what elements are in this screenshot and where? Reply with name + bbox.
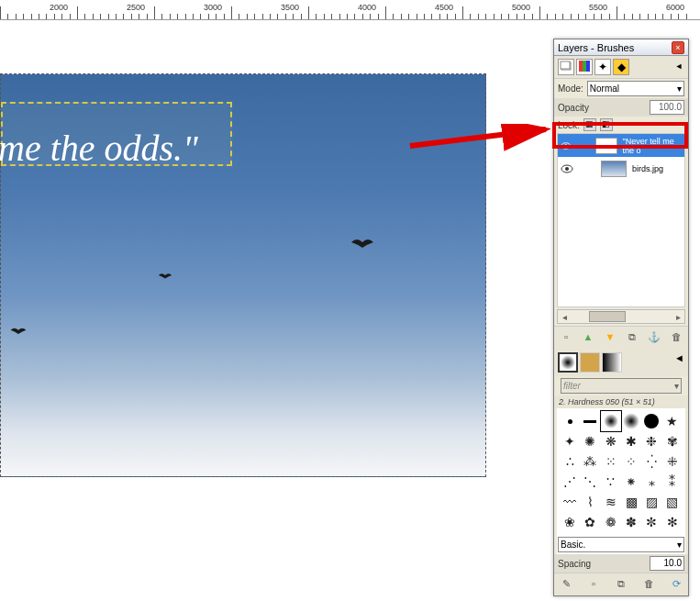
brush-item[interactable] <box>641 411 661 431</box>
brush-item[interactable]: ❁ <box>601 512 621 532</box>
panel-footer: Basic.▾ Spacing 10.0 ✎ ▫ ⧉ 🗑 ⟳ <box>554 535 688 595</box>
spacing-row: Spacing 10.0 <box>554 554 688 573</box>
canvas-area[interactable]: me the odds." <box>0 20 514 580</box>
spacing-input[interactable]: 10.0 <box>650 556 684 571</box>
new-brush-icon[interactable]: ▫ <box>586 577 601 592</box>
horizontal-scrollbar[interactable]: ◂ ▸ <box>557 309 685 324</box>
text-layer-selection[interactable]: me the odds." <box>1 102 232 166</box>
layer-name[interactable]: birds.jpg <box>632 164 663 173</box>
scrollbar-thumb[interactable] <box>589 311 626 322</box>
brush-item[interactable]: ❀ <box>560 512 580 532</box>
brush-item[interactable]: ≋ <box>601 492 621 512</box>
brush-item[interactable]: ▨ <box>641 492 661 512</box>
layers-buttons: ▫ ▲ ▼ ⧉ ⚓ 🗑 <box>554 326 688 349</box>
canvas-text[interactable]: me the odds." <box>0 127 198 170</box>
new-layer-icon[interactable]: ▫ <box>559 330 573 345</box>
lock-row: Lock: ▦ ◧ <box>554 117 688 133</box>
chevron-down-icon: ▾ <box>677 83 682 94</box>
brush-item[interactable]: ❋ <box>601 431 621 451</box>
brush-item[interactable]: ⁜ <box>662 451 683 472</box>
brush-item[interactable]: 〰 <box>560 492 580 512</box>
layers-tab-icon[interactable] <box>558 59 574 75</box>
brush-preset-select[interactable]: Basic.▾ <box>558 537 684 552</box>
brush-item[interactable]: ★ <box>662 411 683 431</box>
scroll-right-icon: ▸ <box>672 312 684 322</box>
edit-brush-icon[interactable]: ✎ <box>559 577 573 592</box>
scroll-left-icon: ◂ <box>558 312 571 322</box>
opacity-input[interactable]: 100.0 <box>650 100 684 115</box>
patterns-tab-icon[interactable] <box>580 352 600 373</box>
svg-rect-5 <box>586 61 590 72</box>
lower-layer-icon[interactable]: ▼ <box>603 330 617 345</box>
brush-filter-row: filter▾ <box>557 376 685 395</box>
svg-point-7 <box>564 144 567 147</box>
paths-tab-icon[interactable]: ✦ <box>594 59 611 75</box>
brush-item[interactable]: ✼ <box>641 512 661 532</box>
layer-row[interactable]: A "Never tell me the o <box>558 134 684 157</box>
horizontal-ruler: 2000 2500 3000 3500 4000 4500 5000 5500 … <box>0 0 700 20</box>
layers-panel: Layers - Brushes × ✦ ◆ ◄ Mode: Normal▾ O… <box>553 39 689 596</box>
spacing-label: Spacing <box>558 559 591 569</box>
raise-layer-icon[interactable]: ▲ <box>581 330 595 345</box>
panel-menu-icon[interactable]: ◄ <box>674 352 684 373</box>
brush-item[interactable] <box>621 411 641 431</box>
brush-item[interactable] <box>580 411 600 431</box>
brush-item[interactable]: ⌇ <box>580 492 600 512</box>
brush-item[interactable]: ⁎ <box>641 472 661 492</box>
brush-item[interactable] <box>560 411 580 431</box>
brushes-tab-icon[interactable] <box>558 352 578 373</box>
duplicate-layer-icon[interactable]: ⧉ <box>625 330 639 345</box>
brush-filter-input[interactable]: filter▾ <box>561 378 682 394</box>
brush-item[interactable]: ⁘ <box>621 451 641 472</box>
brush-item[interactable]: ❉ <box>641 431 661 451</box>
brush-item[interactable]: ✦ <box>560 431 580 451</box>
lock-pixel-icon[interactable]: ▦ <box>583 118 596 131</box>
brush-item[interactable]: ✽ <box>621 512 641 532</box>
refresh-brush-icon[interactable]: ⟳ <box>669 577 683 592</box>
brush-item[interactable] <box>601 411 621 431</box>
layer-thumbnail: A <box>595 138 617 154</box>
brush-item[interactable]: ⁙ <box>601 451 621 472</box>
brush-item[interactable]: ✺ <box>580 431 600 451</box>
brush-item[interactable]: ✿ <box>580 512 600 532</box>
lock-alpha-icon[interactable]: ◧ <box>600 118 613 131</box>
brush-item[interactable]: ⋰ <box>560 472 580 492</box>
brush-item[interactable]: ✱ <box>621 431 641 451</box>
anchor-layer-icon[interactable]: ⚓ <box>647 330 661 345</box>
layers-list[interactable]: A "Never tell me the o birds.jpg <box>557 133 685 307</box>
brush-item[interactable]: ▧ <box>662 492 683 512</box>
visibility-icon[interactable] <box>561 141 571 150</box>
panel-menu-icon[interactable]: ◄ <box>673 61 684 72</box>
visibility-icon[interactable] <box>561 164 573 173</box>
gradients-tab-icon[interactable] <box>602 352 622 373</box>
brush-item[interactable]: ✾ <box>662 431 683 451</box>
brush-item[interactable]: ∵ <box>601 472 621 492</box>
mode-label: Mode: <box>558 83 583 94</box>
svg-rect-2 <box>561 61 570 69</box>
brush-item[interactable]: ⋱ <box>580 472 600 492</box>
brush-item[interactable]: ∴ <box>560 451 580 472</box>
chevron-down-icon: ▾ <box>674 381 679 391</box>
brush-item[interactable]: ▩ <box>621 492 641 512</box>
close-icon[interactable]: × <box>672 41 684 54</box>
opacity-label: Opacity <box>558 103 589 113</box>
layer-row[interactable]: birds.jpg <box>558 157 684 180</box>
svg-line-0 <box>410 129 546 146</box>
blend-mode-select[interactable]: Normal▾ <box>587 81 684 96</box>
delete-brush-icon[interactable]: 🗑 <box>641 577 656 592</box>
panel-titlebar[interactable]: Layers - Brushes × <box>554 39 688 56</box>
delete-layer-icon[interactable]: 🗑 <box>669 330 683 345</box>
brush-item[interactable]: ⁂ <box>580 451 600 472</box>
brush-item[interactable]: ⁕ <box>621 472 641 492</box>
brush-item[interactable]: ⁛ <box>641 451 661 472</box>
duplicate-brush-icon[interactable]: ⧉ <box>614 577 628 592</box>
panel-title-text: Layers - Brushes <box>558 42 634 53</box>
channels-tab-icon[interactable] <box>576 59 593 75</box>
brush-item[interactable]: ⁑ <box>662 472 683 492</box>
bird-silhouette <box>158 271 173 283</box>
brush-item[interactable]: ✻ <box>662 512 683 532</box>
undo-tab-icon[interactable]: ◆ <box>613 59 629 75</box>
opacity-row: Opacity 100.0 <box>554 98 688 117</box>
svg-point-9 <box>565 167 569 171</box>
layer-name[interactable]: "Never tell me the o <box>623 137 682 155</box>
